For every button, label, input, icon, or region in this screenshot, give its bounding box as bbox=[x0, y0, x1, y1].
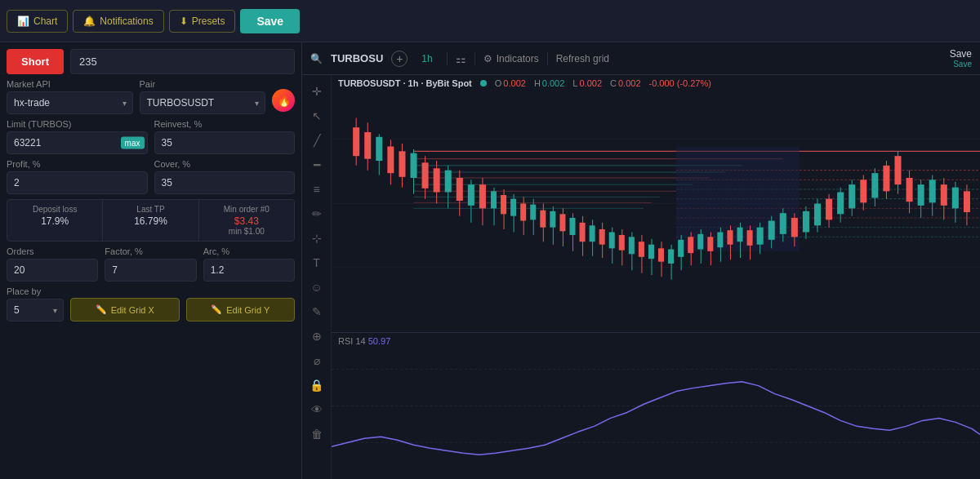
edit-grid-y-button[interactable]: ✏️ Edit Grid Y bbox=[186, 298, 296, 322]
indicators-label: Indicators bbox=[497, 53, 539, 64]
svg-rect-124 bbox=[883, 166, 889, 191]
edit-grid-y-label: Edit Grid Y bbox=[226, 305, 270, 315]
arc-group: Arc, % bbox=[203, 246, 295, 282]
top-toolbar: 📊 Chart 🔔 Notifications ⬇ Presets Save bbox=[0, 0, 980, 42]
timeframe-1h-button[interactable]: 1h bbox=[416, 51, 438, 67]
rsi-chart bbox=[332, 333, 980, 479]
svg-rect-54 bbox=[520, 204, 526, 221]
zoom-tool[interactable]: ⊕ bbox=[307, 326, 327, 346]
svg-rect-98 bbox=[737, 228, 743, 242]
ohlc-close: C 0.002 bbox=[610, 78, 640, 88]
symbol-name: TURBOSU bbox=[331, 52, 383, 64]
stats-row: Deposit loss 17.9% Last TP 16.79% Min or… bbox=[7, 199, 295, 242]
min-order-sub: min $1.00 bbox=[206, 227, 287, 236]
svg-rect-134 bbox=[941, 184, 947, 206]
lock-tool[interactable]: 🔒 bbox=[307, 375, 327, 395]
svg-rect-139 bbox=[332, 333, 980, 479]
eye-tool[interactable]: 👁 bbox=[307, 400, 327, 419]
ohlc-high: H 0.002 bbox=[534, 78, 564, 88]
svg-rect-66 bbox=[580, 223, 586, 242]
hline-tool[interactable]: ━ bbox=[307, 155, 327, 175]
svg-rect-126 bbox=[894, 156, 901, 184]
svg-rect-46 bbox=[479, 184, 486, 208]
svg-rect-60 bbox=[550, 211, 555, 228]
min-order-cell: Min order #0 $3.43 min $1.00 bbox=[199, 200, 294, 241]
market-api-select[interactable]: hx-trade bbox=[7, 91, 133, 114]
svg-rect-72 bbox=[609, 233, 615, 249]
svg-rect-62 bbox=[559, 214, 565, 231]
svg-rect-130 bbox=[918, 184, 924, 206]
deposit-loss-cell: Deposit loss 17.9% bbox=[7, 200, 103, 241]
svg-rect-44 bbox=[468, 184, 474, 206]
svg-rect-118 bbox=[849, 184, 855, 208]
pair-label: Pair bbox=[140, 79, 266, 89]
presets-button[interactable]: ⬇ Presets bbox=[169, 10, 236, 33]
factor-group: Factor, % bbox=[105, 246, 196, 282]
fib-tool[interactable]: ≡ bbox=[307, 180, 327, 199]
svg-rect-110 bbox=[803, 211, 809, 233]
notifications-button[interactable]: 🔔 Notifications bbox=[73, 10, 163, 33]
chart-canvas: TURBOSUSDT · 1h · ByBit Spot O 0.002 H 0… bbox=[332, 75, 980, 479]
chart-area: 🔍 TURBOSU + 1h ⚏ ⚙ Indicators Refresh gr… bbox=[302, 42, 980, 479]
svg-rect-30 bbox=[387, 147, 394, 174]
indicators-icon: ⚙ bbox=[483, 53, 492, 64]
indicators-button[interactable]: ⚙ Indicators bbox=[483, 53, 539, 64]
svg-rect-24 bbox=[353, 127, 359, 156]
svg-rect-132 bbox=[929, 180, 936, 202]
chart-button[interactable]: 📊 Chart bbox=[7, 10, 68, 33]
search-icon: 🔍 bbox=[310, 53, 323, 64]
svg-rect-64 bbox=[569, 218, 575, 235]
emoji-tool[interactable]: ☺ bbox=[307, 277, 327, 297]
chart-toolbar-left: 🔍 TURBOSU + 1h ⚏ ⚙ Indicators Refresh gr… bbox=[310, 51, 609, 67]
svg-rect-78 bbox=[639, 242, 644, 257]
profit-input[interactable] bbox=[7, 171, 148, 194]
svg-rect-28 bbox=[376, 137, 382, 161]
svg-rect-56 bbox=[530, 205, 536, 220]
pencil-tool[interactable]: ✎ bbox=[307, 302, 327, 322]
refresh-button[interactable]: Refresh grid bbox=[556, 53, 609, 64]
svg-rect-138 bbox=[964, 191, 970, 212]
arc-input[interactable] bbox=[203, 259, 295, 282]
orders-label: Orders bbox=[7, 246, 98, 256]
brush-tool[interactable]: ✏ bbox=[307, 204, 327, 224]
pair-group: Pair TURBOSUSDT bbox=[140, 79, 266, 114]
place-by-select[interactable]: 5 bbox=[7, 299, 64, 322]
reinvest-input[interactable] bbox=[154, 131, 296, 154]
svg-rect-116 bbox=[837, 193, 844, 215]
limit-group: Limit (TURBOS) max bbox=[7, 119, 148, 154]
bell-icon: 🔔 bbox=[83, 16, 96, 27]
pair-select-wrapper: TURBOSUSDT bbox=[140, 91, 266, 114]
svg-rect-26 bbox=[364, 132, 371, 159]
edit-grid-x-button[interactable]: ✏️ Edit Grid X bbox=[70, 298, 180, 322]
svg-rect-76 bbox=[629, 237, 635, 254]
place-by-row: Place by 5 ✏️ Edit Grid X ✏️ Edit Grid Y bbox=[7, 286, 295, 322]
cover-input[interactable] bbox=[154, 171, 296, 194]
svg-rect-34 bbox=[410, 153, 416, 178]
trendline-tool[interactable]: ╱ bbox=[307, 131, 327, 150]
trash-tool[interactable]: 🗑 bbox=[307, 424, 327, 444]
svg-rect-108 bbox=[791, 218, 798, 237]
main-content: Short Market API hx-trade Pair TURBOSUSD… bbox=[0, 42, 980, 479]
factor-input[interactable] bbox=[105, 259, 196, 282]
text-tool[interactable]: T bbox=[307, 253, 327, 273]
svg-rect-120 bbox=[860, 180, 866, 202]
edit-grid-x-label: Edit Grid X bbox=[111, 305, 154, 315]
svg-rect-114 bbox=[826, 199, 832, 220]
orders-group: Orders bbox=[7, 246, 98, 282]
pair-select[interactable]: TURBOSUSDT bbox=[140, 91, 266, 114]
svg-rect-58 bbox=[540, 211, 546, 228]
divider-2 bbox=[474, 52, 475, 65]
orders-input[interactable] bbox=[7, 259, 98, 282]
crosshair-tool[interactable]: ✛ bbox=[307, 82, 327, 101]
short-button[interactable]: Short bbox=[7, 49, 64, 74]
add-symbol-button[interactable]: + bbox=[391, 51, 408, 67]
cursor-tool[interactable]: ↖ bbox=[307, 106, 327, 126]
chart-toolbar: 🔍 TURBOSU + 1h ⚏ ⚙ Indicators Refresh gr… bbox=[302, 42, 980, 75]
magnet-tool[interactable]: ⌀ bbox=[307, 351, 327, 370]
measure-tool[interactable]: ⊹ bbox=[307, 228, 327, 248]
max-button[interactable]: max bbox=[121, 137, 145, 149]
profit-cover-row: Profit, % Cover, % bbox=[7, 159, 295, 194]
save-button[interactable]: Save bbox=[240, 9, 300, 33]
svg-rect-100 bbox=[747, 230, 753, 246]
short-input[interactable] bbox=[70, 49, 295, 74]
